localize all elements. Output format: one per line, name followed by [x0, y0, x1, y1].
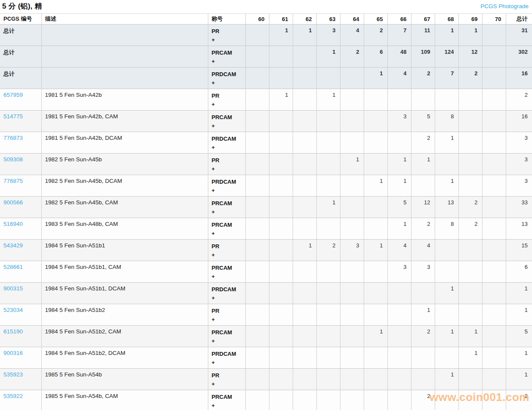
- grade-count-cell-66: 1: [387, 218, 411, 240]
- pcgs-number-link[interactable]: 776875: [3, 178, 23, 184]
- pcgs-number-cell: 900316: [0, 347, 41, 369]
- grade-count-cell-65: [364, 218, 387, 240]
- pcgs-number-link[interactable]: 535923: [3, 371, 23, 378]
- grade-count-cell-62: [293, 218, 316, 240]
- grade-count-cell-64: 3: [340, 240, 364, 261]
- grade-count-cell-61: [269, 197, 293, 218]
- grade-count-cell-65: [364, 261, 387, 283]
- header-cell-grade-62: 62: [293, 14, 316, 25]
- grade-count-cell-68: [435, 89, 458, 111]
- header-cell-pcgs-number: PCGS 编号: [0, 14, 41, 25]
- designation-plus-label: +: [212, 57, 242, 66]
- summary-label: 总计: [0, 46, 41, 68]
- grade-count-cell-64: [340, 218, 364, 240]
- grade-count-cell-70: [482, 46, 506, 68]
- pcgs-number-cell: 776873: [0, 132, 41, 154]
- grade-count-cell-66: 48: [387, 46, 411, 68]
- grade-count-cell-62: [293, 326, 316, 347]
- pcgs-number-link[interactable]: 776873: [3, 135, 23, 141]
- pcgs-number-link[interactable]: 657959: [3, 92, 23, 98]
- table-row: 5093081982 5 Fen Sun-A45bPR+1113: [0, 154, 532, 175]
- pcgs-number-link[interactable]: 543429: [3, 242, 23, 249]
- table-row: 5434291984 5 Fen Sun-A51b1PR+12314415: [0, 240, 532, 261]
- grade-count-cell-68: 124: [435, 46, 458, 68]
- description-cell: 1985 5 Fen Sun-A54b, CAM: [41, 390, 208, 410]
- grade-count-cell-68: [435, 261, 458, 283]
- description-cell: 1982 5 Fen Sun-A45b: [41, 154, 208, 175]
- pcgs-number-cell: 900315: [0, 283, 41, 304]
- designation-plus-label: +: [212, 229, 242, 238]
- grade-count-cell-65: 2: [364, 25, 387, 46]
- grade-count-cell-60: [245, 261, 269, 283]
- summary-label: 总计: [0, 68, 41, 89]
- pcgs-number-link[interactable]: 516940: [3, 221, 23, 227]
- coin-description: 1984 5 Fen Sun-A51b1, CAM: [45, 264, 121, 270]
- grade-count-cell-61: [269, 369, 293, 390]
- grade-count-cell-66: [387, 326, 411, 347]
- grade-count-cell-67: [411, 175, 435, 197]
- grade-count-cell-64: [340, 304, 364, 326]
- header-cell-grade-70: 70: [482, 14, 506, 25]
- designation-label: PRCAM: [212, 199, 242, 208]
- pcgs-number-link[interactable]: 900316: [3, 350, 23, 356]
- pcgs-number-cell: 776875: [0, 175, 41, 197]
- grade-count-cell-64: [340, 197, 364, 218]
- pcgs-number-cell: 523034: [0, 304, 41, 326]
- pcgs-number-link[interactable]: 535922: [3, 393, 23, 399]
- description-cell: 1981 5 Fen Sun-A42b, CAM: [41, 111, 208, 132]
- pcgs-number-link[interactable]: 900315: [3, 285, 23, 292]
- grade-count-cell-66: [387, 304, 411, 326]
- designation-label: PRDCAM: [212, 285, 242, 294]
- grade-count-cell-70: [482, 390, 506, 410]
- grade-count-cell-70: [482, 154, 506, 175]
- grade-count-cell-69: 12: [458, 46, 482, 68]
- grade-count-cell-69: 1: [458, 326, 482, 347]
- grade-count-cell-69: [458, 132, 482, 154]
- grade-count-cell-66: 3: [387, 261, 411, 283]
- grade-count-cell-68: [435, 390, 458, 410]
- grade-count-cell-70: [482, 132, 506, 154]
- grade-count-cell-70: [482, 261, 506, 283]
- description-cell: 1984 5 Fen Sun-A51b1, CAM: [41, 261, 208, 283]
- grade-count-cell-63: 1: [316, 197, 340, 218]
- pcgs-number-cell: 900566: [0, 197, 41, 218]
- grade-count-cell-61: [269, 218, 293, 240]
- grade-count-cell-62: [293, 304, 316, 326]
- grade-count-cell-63: [316, 326, 340, 347]
- grade-count-cell-67: 5: [411, 111, 435, 132]
- designation-label: PRDCAM: [212, 350, 242, 358]
- grade-count-cell-60: [245, 46, 269, 68]
- grade-count-cell-64: [340, 326, 364, 347]
- grade-count-cell-66: [387, 369, 411, 390]
- designation-plus-label: +: [212, 358, 242, 367]
- grade-count-cell-60: [245, 25, 269, 46]
- top-bar: 5 分 (铝), 精 PCGS Photograde: [0, 0, 532, 13]
- grade-count-cell-60: [245, 304, 269, 326]
- pcgs-number-link[interactable]: 514775: [3, 113, 23, 120]
- grade-count-cell-67: 1: [411, 304, 435, 326]
- grade-count-cell-70: [482, 25, 506, 46]
- grade-count-cell-68: [435, 347, 458, 369]
- grade-count-cell-64: [340, 68, 364, 89]
- grade-count-cell-67: 2: [411, 326, 435, 347]
- pcgs-number-link[interactable]: 528661: [3, 264, 23, 270]
- pcgs-number-link[interactable]: 615190: [3, 328, 23, 335]
- grade-count-cell-70: [482, 197, 506, 218]
- grade-count-cell-64: [340, 111, 364, 132]
- photograde-link[interactable]: PCGS Photograde: [480, 1, 530, 9]
- designation-label: PR: [212, 242, 242, 251]
- designation-plus-label: +: [212, 294, 242, 302]
- grade-count-cell-65: [364, 89, 387, 111]
- pcgs-number-link[interactable]: 900566: [3, 199, 23, 206]
- grade-count-cell-60: [245, 283, 269, 304]
- designation-cell: PRCAM+: [208, 326, 245, 347]
- grade-count-cell-60: [245, 197, 269, 218]
- header-cell-designation: 称号: [208, 14, 245, 25]
- page-title: 5 分 (铝), 精: [2, 1, 42, 11]
- designation-cell: PRDCAM+: [208, 175, 245, 197]
- designation-cell: PR+: [208, 369, 245, 390]
- pcgs-number-link[interactable]: 509308: [3, 156, 23, 163]
- grade-count-cell-64: [340, 369, 364, 390]
- total-count-cell: 1: [506, 369, 532, 390]
- pcgs-number-link[interactable]: 523034: [3, 307, 23, 313]
